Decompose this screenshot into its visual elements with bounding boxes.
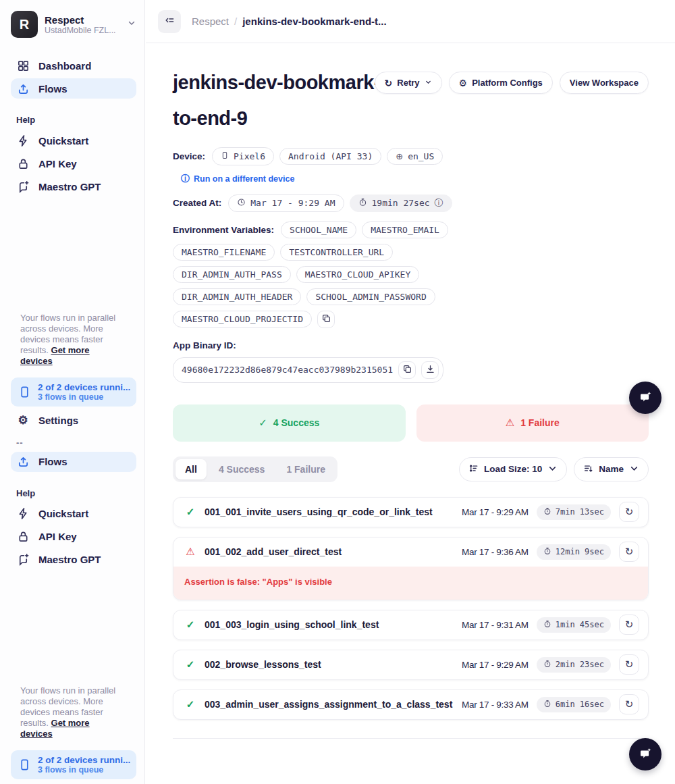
chevron-down-icon <box>629 463 639 475</box>
load-size-dropdown[interactable]: Load Size: 10 <box>459 457 567 481</box>
platform-configs-button[interactable]: ⚙ Platform Configs <box>449 72 553 94</box>
env-var-chip: DIR_ADMIN_AUTH_PASS <box>173 266 291 283</box>
workspace-switcher[interactable]: R Respect UstadMobile FZL... <box>11 11 136 38</box>
test-duration-chip: 1min 45sec <box>537 617 611 633</box>
test-duration-chip: 7min 13sec <box>537 504 611 520</box>
breadcrumb-root[interactable]: Respect <box>192 16 229 27</box>
check-icon: ✓ <box>259 417 267 429</box>
failure-count: 1 Failure <box>520 417 560 428</box>
retry-test-button[interactable]: ↻ <box>619 615 639 635</box>
app-binary-label: App Binary ID: <box>173 340 649 350</box>
phone-icon <box>18 758 31 771</box>
device-os-chip: Android (API 33) <box>279 148 381 165</box>
env-var-chip: MAESTRO_FILENAME <box>173 244 275 261</box>
test-row-failed[interactable]: ⚠ 001_002_add_user_direct_test Mar 17 - … <box>173 537 649 600</box>
sidebar-divider: -- <box>16 438 136 448</box>
copy-binary-id-button[interactable] <box>398 361 416 379</box>
created-at-label: Created At: <box>173 198 221 208</box>
app-binary-chip: 49680e172232d86e879c47eacc037989b2315051 <box>173 357 443 383</box>
view-workspace-button[interactable]: View Workspace <box>560 72 649 94</box>
sidebar-item-maestro-gpt[interactable]: Maestro GPT <box>11 176 136 197</box>
sidebar-item-api-key-2[interactable]: API Key <box>11 527 136 547</box>
download-binary-button[interactable] <box>421 361 439 379</box>
help-section-label-2: Help <box>16 488 136 498</box>
retry-label: Retry <box>397 78 419 88</box>
env-vars-label: Environment Variables: <box>173 225 274 235</box>
created-time: Mar 17 - 9:29 AM <box>250 198 335 208</box>
device-status-card-2[interactable]: 2 of 2 devices runni... 3 flows in queue <box>11 750 136 779</box>
sidebar-item-label: Quickstart <box>38 508 88 519</box>
feedback-chat-button[interactable] <box>629 382 662 414</box>
chevron-down-icon <box>547 463 558 475</box>
sidebar-item-maestro-gpt-2[interactable]: Maestro GPT <box>11 550 136 570</box>
main-area: Respect / jenkins-dev-bookmark-end-t... … <box>146 0 675 784</box>
test-duration: 12min 9sec <box>556 547 604 556</box>
chevron-down-icon <box>127 18 136 30</box>
env-var-chip: DIR_ADMIN_AUTH_HEADER <box>173 288 301 305</box>
sidebar-item-flows[interactable]: Flows <box>11 78 136 99</box>
sidebar-item-dashboard[interactable]: Dashboard <box>11 55 136 76</box>
action-buttons: ↻ Retry ⚙ Platform Configs View Workspac… <box>375 72 649 94</box>
test-time: Mar 17 - 9:36 AM <box>462 547 529 557</box>
sidebar-item-label: API Key <box>38 158 77 169</box>
test-duration: 6min 16sec <box>556 700 604 709</box>
device-locale-chip: ⊕ en_US <box>387 148 443 165</box>
devices-running-text: 2 of 2 devices runni... <box>38 382 130 392</box>
sidebar-item-label: API Key <box>38 531 77 542</box>
chat-plus-icon <box>16 180 30 193</box>
retry-test-button[interactable]: ↻ <box>619 654 639 675</box>
retry-button[interactable]: ↻ Retry <box>375 72 442 94</box>
refresh-icon: ↻ <box>625 619 634 631</box>
failure-warning-icon: ⚠ <box>184 546 196 558</box>
sort-icon <box>583 463 593 475</box>
test-duration: 1min 45sec <box>556 620 604 629</box>
retry-test-button[interactable]: ↻ <box>619 542 639 562</box>
env-var: TESTCONTROLLER_URL <box>289 247 384 257</box>
test-row[interactable]: ✓ 003_admin_user_assigns_assignment_to_a… <box>173 689 649 720</box>
tab-failure[interactable]: 1 Failure <box>277 459 335 479</box>
collapse-sidebar-button[interactable] <box>158 10 181 33</box>
created-at-row: Created At: Mar 17 - 9:29 AM 19min 27sec… <box>173 194 649 212</box>
test-duration-chip: 6min 16sec <box>537 697 611 712</box>
sidebar-item-settings[interactable]: ⚙ Settings <box>11 411 136 431</box>
test-name: 002_browse_lessons_test <box>205 659 454 670</box>
list-end-divider <box>173 738 649 739</box>
sidebar-item-quickstart[interactable]: Quickstart <box>11 130 136 151</box>
test-name: 001_003_login_using_school_link_test <box>205 619 454 630</box>
info-icon: ⓘ <box>181 173 190 185</box>
tab-success[interactable]: 4 Success <box>209 459 275 479</box>
test-row[interactable]: ✓ 001_003_login_using_school_link_test M… <box>173 610 649 640</box>
device-status-card[interactable]: 2 of 2 devices runni... 3 flows in queue <box>11 377 136 407</box>
sort-dropdown[interactable]: Name <box>574 457 649 481</box>
env-vars-row: Environment Variables: SCHOOL_NAME MAEST… <box>173 221 464 328</box>
device-label: Device: <box>173 151 205 161</box>
test-row[interactable]: ✓ 001_001_invite_users_using_qr_code_or_… <box>173 497 649 527</box>
workspace-name: Respect <box>45 14 120 26</box>
app-binary-id: 49680e172232d86e879c47eacc037989b2315051 <box>182 365 393 375</box>
sidebar-item-label: Quickstart <box>38 135 88 147</box>
retry-test-button[interactable]: ↻ <box>619 502 639 522</box>
test-time: Mar 17 - 9:33 AM <box>462 700 529 710</box>
device-model-chip: Pixel6 <box>212 147 274 165</box>
workspace-org: UstadMobile FZL... <box>45 26 120 35</box>
feedback-chat-button-2[interactable] <box>629 738 662 770</box>
env-var: DIR_ADMIN_AUTH_HEADER <box>182 292 292 302</box>
download-icon <box>425 364 435 376</box>
retry-test-button[interactable]: ↻ <box>619 694 639 714</box>
env-var: MAESTRO_CLOUD_APIKEY <box>305 269 411 280</box>
sidebar-item-label: Flows <box>38 456 68 467</box>
list-controls: All 4 Success 1 Failure Load Size: 10 Na… <box>173 456 649 482</box>
sidebar-item-api-key[interactable]: API Key <box>11 153 136 174</box>
load-size-label: Load Size: 10 <box>484 464 542 474</box>
copy-env-button[interactable] <box>317 311 335 328</box>
tab-all[interactable]: All <box>176 459 207 479</box>
test-row[interactable]: ✓ 002_browse_lessons_test Mar 17 - 9:29 … <box>173 650 649 680</box>
test-error-message: Assertion is false: "Apps" is visible <box>173 567 648 600</box>
sidebar-item-flows-2[interactable]: Flows <box>11 452 136 472</box>
sidebar-item-quickstart-2[interactable]: Quickstart <box>11 504 136 524</box>
summary-banners: ✓ 4 Success ⚠ 1 Failure <box>173 404 649 442</box>
run-different-device-link[interactable]: ⓘ Run on a different device <box>181 173 649 185</box>
sidebar-item-label: Dashboard <box>38 60 91 72</box>
refresh-icon: ↻ <box>385 78 393 88</box>
dashboard-grid-icon <box>16 59 30 72</box>
